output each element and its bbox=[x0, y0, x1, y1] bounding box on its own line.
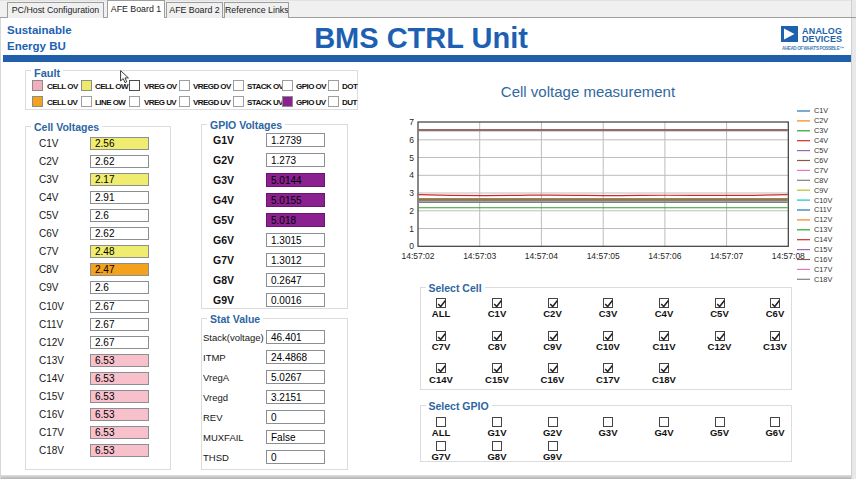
svg-text:14:57:07: 14:57:07 bbox=[710, 251, 743, 261]
svg-text:AHEAD OF WHAT'S POSSIBLE™: AHEAD OF WHAT'S POSSIBLE™ bbox=[782, 46, 844, 51]
svg-text:5: 5 bbox=[409, 153, 414, 163]
svg-text:14:57:06: 14:57:06 bbox=[648, 251, 681, 261]
svg-text:0: 0 bbox=[409, 241, 414, 251]
svg-text:C1V: C1V bbox=[814, 106, 828, 115]
svg-text:C12V: C12V bbox=[814, 215, 832, 224]
svg-text:C7V: C7V bbox=[814, 166, 828, 175]
svg-text:2: 2 bbox=[409, 206, 414, 216]
svg-text:4: 4 bbox=[409, 170, 414, 180]
svg-text:C15V: C15V bbox=[814, 245, 832, 254]
svg-text:C10V: C10V bbox=[814, 196, 832, 205]
svg-text:Cell voltage measurement: Cell voltage measurement bbox=[501, 83, 676, 100]
svg-text:1: 1 bbox=[409, 224, 414, 234]
svg-text:C9V: C9V bbox=[814, 186, 828, 195]
svg-text:C14V: C14V bbox=[814, 235, 832, 244]
svg-text:C3V: C3V bbox=[814, 126, 828, 135]
svg-text:C13V: C13V bbox=[814, 225, 832, 234]
svg-text:14:57:04: 14:57:04 bbox=[525, 251, 558, 261]
svg-text:14:57:03: 14:57:03 bbox=[463, 251, 496, 261]
svg-text:C5V: C5V bbox=[814, 146, 828, 155]
svg-text:C17V: C17V bbox=[814, 265, 832, 274]
svg-text:C6V: C6V bbox=[814, 156, 828, 165]
svg-text:C4V: C4V bbox=[814, 136, 828, 145]
svg-text:C8V: C8V bbox=[814, 176, 828, 185]
svg-text:14:57:05: 14:57:05 bbox=[587, 251, 620, 261]
svg-text:C2V: C2V bbox=[814, 116, 828, 125]
svg-text:C16V: C16V bbox=[814, 255, 832, 264]
svg-text:C18V: C18V bbox=[814, 275, 832, 284]
svg-text:7: 7 bbox=[409, 117, 414, 127]
svg-text:C11V: C11V bbox=[814, 205, 832, 214]
svg-text:3: 3 bbox=[409, 188, 414, 198]
svg-text:14:57:02: 14:57:02 bbox=[401, 251, 434, 261]
svg-text:DEVICES: DEVICES bbox=[802, 34, 842, 44]
svg-text:6: 6 bbox=[409, 135, 414, 145]
